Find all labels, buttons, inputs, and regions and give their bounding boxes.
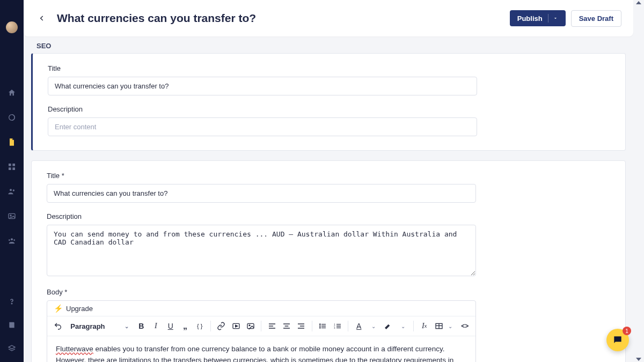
rte-upgrade-bar[interactable]: ⚡ Upgrade [47, 301, 475, 316]
seo-description-input[interactable] [48, 117, 477, 136]
block-type-select[interactable]: Paragraph ⌄ [66, 322, 133, 330]
rich-text-editor: ⚡ Upgrade Paragraph ⌄ B I U „ { } [47, 300, 476, 362]
publish-label: Publish [517, 14, 543, 23]
seo-title-label: Title [48, 64, 610, 72]
bolt-icon: ⚡ [54, 304, 63, 313]
quote-icon[interactable]: „ [179, 319, 191, 334]
document-icon[interactable] [7, 137, 17, 147]
highlight-icon[interactable] [382, 319, 394, 334]
image-icon[interactable] [7, 211, 17, 221]
svg-point-10 [9, 239, 10, 241]
svg-point-12 [11, 303, 12, 304]
back-button[interactable] [35, 12, 48, 25]
svg-point-9 [11, 238, 13, 240]
content-description-label: Description [47, 212, 610, 220]
content-card: Title Description Body ⚡ Upgrade Paragra… [31, 160, 626, 362]
svg-rect-4 [12, 167, 15, 170]
chat-widget[interactable]: 1 [606, 329, 629, 351]
branding-icon[interactable] [7, 113, 17, 122]
publish-caret-icon[interactable] [548, 14, 558, 23]
svg-point-18 [320, 328, 320, 328]
body-word-flutterwave: Flutterwave [56, 345, 93, 353]
seo-section-label: SEO [24, 36, 633, 53]
scroll-up-icon [636, 1, 641, 4]
content-body-label: Body [47, 288, 610, 296]
block-type-label: Paragraph [70, 322, 105, 330]
grid-icon[interactable] [7, 162, 17, 172]
chat-badge: 1 [623, 327, 631, 335]
seo-title-input[interactable] [48, 77, 477, 95]
svg-point-11 [13, 239, 15, 241]
book-icon[interactable] [7, 320, 17, 330]
content-title-input[interactable] [47, 184, 476, 203]
top-bar: What currencies can you transfer to? Pub… [24, 0, 633, 36]
clear-format-icon[interactable]: Ix [418, 319, 430, 334]
publish-button[interactable]: Publish [510, 10, 566, 26]
video-icon[interactable] [230, 319, 242, 334]
svg-point-8 [10, 215, 11, 216]
avatar[interactable] [6, 21, 18, 33]
page-title: What currencies can you transfer to? [57, 12, 256, 25]
rte-body[interactable]: Flutterwave enables you to transfer from… [47, 336, 475, 362]
svg-rect-1 [9, 164, 11, 166]
link-icon[interactable] [215, 319, 228, 334]
table-caret[interactable]: ⌄ [444, 319, 456, 334]
svg-rect-3 [9, 167, 11, 170]
body-p1-rest: enables you to transfer from one currenc… [56, 345, 453, 362]
scroll-down-icon [636, 358, 641, 361]
source-icon[interactable]: <> [459, 319, 471, 334]
ordered-list-icon[interactable]: 123 [331, 319, 343, 334]
svg-point-15 [249, 325, 250, 326]
italic-icon[interactable]: I [150, 319, 162, 334]
home-icon[interactable] [7, 88, 17, 98]
align-left-icon[interactable] [266, 319, 278, 334]
table-icon[interactable] [433, 319, 445, 334]
content-description-textarea[interactable] [47, 225, 476, 276]
window-scrollbar[interactable] [635, 0, 642, 362]
help-icon[interactable] [7, 297, 17, 306]
text-color-caret[interactable]: ⌄ [367, 319, 379, 334]
svg-text:3: 3 [334, 327, 335, 329]
seo-card: Title Description [31, 53, 626, 151]
users-icon[interactable] [7, 187, 17, 196]
seo-description-label: Description [48, 105, 610, 113]
side-rail [0, 0, 24, 362]
save-draft-button[interactable]: Save Draft [571, 10, 621, 27]
align-center-icon[interactable] [280, 319, 292, 334]
layers-icon[interactable] [7, 344, 17, 353]
undo-icon[interactable] [52, 319, 64, 334]
main: SEO Title Description Title Description … [24, 36, 633, 362]
code-icon[interactable]: { } [194, 319, 206, 334]
svg-point-5 [10, 189, 12, 191]
underline-icon[interactable]: U [164, 319, 177, 334]
chevron-down-icon: ⌄ [125, 323, 129, 329]
svg-point-16 [320, 324, 320, 324]
content-title-label: Title [47, 172, 610, 180]
text-color-icon[interactable]: A [353, 319, 365, 334]
align-right-icon[interactable] [295, 319, 308, 334]
rte-toolbar: Paragraph ⌄ B I U „ { } [47, 316, 475, 336]
bullet-list-icon[interactable] [317, 319, 329, 334]
bold-icon[interactable]: B [135, 319, 148, 334]
svg-point-6 [13, 189, 14, 191]
svg-point-17 [320, 326, 320, 326]
team-icon[interactable] [7, 236, 17, 246]
upgrade-label: Upgrade [66, 305, 93, 313]
insert-image-icon[interactable] [244, 319, 257, 334]
svg-rect-2 [12, 164, 15, 166]
highlight-caret[interactable]: ⌄ [397, 319, 409, 334]
